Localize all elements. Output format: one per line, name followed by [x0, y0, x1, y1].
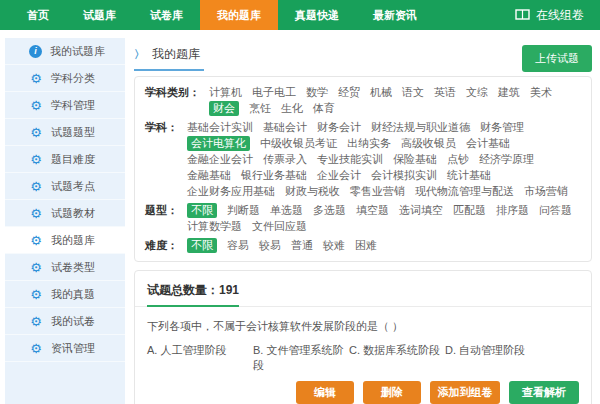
filter-option[interactable]: 统计基础 [447, 168, 491, 183]
book-icon [515, 9, 530, 21]
filter-option[interactable]: 高级收银员 [401, 136, 456, 151]
filter-option[interactable]: 财务会计 [317, 120, 361, 135]
filter-option[interactable]: 会计模拟实训 [371, 168, 437, 183]
sidebar-item[interactable]: 试题考点 [5, 173, 125, 200]
filter-option[interactable]: 经济学原理 [479, 152, 534, 167]
edit-button[interactable]: 编辑 [296, 381, 354, 404]
sidebar-item[interactable]: 题目难度 [5, 146, 125, 173]
filter-panel: 学科类别： 计算机电子电工数学经贸机械语文英语文综建筑美术财会烹饪生化体育 学科… [134, 76, 592, 262]
filter-option[interactable]: 出纳实务 [347, 136, 391, 151]
filter-option[interactable]: 经贸 [338, 85, 360, 100]
filter-option[interactable]: 计算机 [209, 85, 242, 100]
page-title: 我的题库 [152, 46, 200, 63]
filter-option[interactable]: 不限 [187, 203, 217, 218]
filter-option[interactable]: 英语 [434, 85, 456, 100]
filter-option[interactable]: 市场营销 [524, 184, 568, 199]
filter-option[interactable]: 电子电工 [252, 85, 296, 100]
filter-option[interactable]: 计算数学题 [187, 219, 242, 234]
filter-option[interactable]: 银行业务基础 [241, 168, 307, 183]
filter-option[interactable]: 容易 [227, 238, 249, 253]
sidebar-item[interactable]: 试题题型 [5, 119, 125, 146]
filter-option[interactable]: 会计电算化 [187, 136, 250, 151]
filter-option[interactable]: 较难 [323, 238, 345, 253]
filter-row-category: 学科类别： 计算机电子电工数学经贸机械语文英语文综建筑美术财会烹饪生化体育 [145, 85, 581, 117]
filter-option[interactable]: 金融企业会计 [187, 152, 253, 167]
filter-option[interactable]: 语文 [402, 85, 424, 100]
filter-option[interactable]: 财经法规与职业道德 [371, 120, 470, 135]
nav-item[interactable]: 试卷库 [133, 0, 200, 30]
sidebar-item[interactable]: 学科管理 [5, 92, 125, 119]
sidebar-item[interactable]: 我的题库 [5, 227, 125, 254]
filter-option[interactable]: 匹配题 [453, 203, 486, 218]
filter-option[interactable]: 会计基础 [466, 136, 510, 151]
sidebar-item[interactable]: 我的试卷 [5, 308, 125, 335]
filter-option[interactable]: 体育 [313, 101, 335, 116]
gear-icon [29, 99, 43, 112]
view-analysis-button[interactable]: 查看解析 [509, 381, 579, 404]
filter-option[interactable]: 困难 [355, 238, 377, 253]
filter-option[interactable]: 选词填空 [399, 203, 443, 218]
filter-option[interactable]: 点钞 [447, 152, 469, 167]
sidebar-item[interactable]: 我的试题库 [5, 38, 125, 65]
filter-option[interactable]: 企业会计 [317, 168, 361, 183]
nav-item[interactable]: 真题快递 [278, 0, 356, 30]
sidebar-item-label: 试题教材 [51, 206, 95, 221]
sidebar-item-label: 资讯管理 [51, 341, 95, 356]
filter-option[interactable]: 基础会计 [263, 120, 307, 135]
filter-option[interactable]: 问答题 [539, 203, 572, 218]
sidebar-item[interactable]: 我的真题 [5, 281, 125, 308]
filter-option[interactable]: 普通 [291, 238, 313, 253]
filter-option[interactable]: 财会 [209, 101, 239, 116]
sidebar-item[interactable]: 资讯管理 [5, 335, 125, 362]
filter-option[interactable]: 排序题 [496, 203, 529, 218]
sidebar-item-label: 学科管理 [51, 98, 95, 113]
chevron-right-icon: 〉 [134, 47, 145, 62]
filter-option[interactable]: 机械 [370, 85, 392, 100]
filter-option[interactable]: 烹饪 [249, 101, 271, 116]
filter-option[interactable]: 较易 [259, 238, 281, 253]
sidebar-item-label: 我的试题库 [50, 44, 105, 59]
delete-button[interactable]: 删除 [363, 381, 421, 404]
filter-option[interactable]: 建筑 [498, 85, 520, 100]
question-item: 下列各项中，不属于会计核算软件发展阶段的是（ ） A. 人工管理阶段 B. 文件… [135, 307, 591, 404]
nav-item[interactable]: 我的题库 [200, 0, 278, 30]
filter-label: 学科： [145, 120, 178, 200]
filter-option[interactable]: 多选题 [313, 203, 346, 218]
filter-row-difficulty: 难度： 不限容易较易普通较难困难 [145, 238, 581, 254]
filter-option[interactable]: 文综 [466, 85, 488, 100]
filter-option[interactable]: 企业财务应用基础 [187, 184, 275, 199]
filter-option[interactable]: 基础会计实训 [187, 120, 253, 135]
nav-item[interactable]: 试题库 [66, 0, 133, 30]
results-panel: 试题总数量：191 下列各项中，不属于会计核算软件发展阶段的是（ ） A. 人工… [134, 270, 592, 404]
nav-item[interactable]: 最新资讯 [356, 0, 434, 30]
top-nav-right-strip: 在线组卷 [505, 0, 600, 30]
filter-option[interactable]: 传票录入 [263, 152, 307, 167]
filter-option[interactable]: 不限 [187, 238, 217, 253]
filter-option[interactable]: 金融基础 [187, 168, 231, 183]
filter-option[interactable]: 判断题 [227, 203, 260, 218]
filter-option[interactable]: 文件回应题 [252, 219, 307, 234]
filter-option[interactable]: 保险基础 [393, 152, 437, 167]
filter-option[interactable]: 财政与税收 [285, 184, 340, 199]
sidebar: 我的试题库 学科分类 学科管理 试题题型 题目难度 [5, 38, 125, 404]
filter-option[interactable]: 专业技能实训 [317, 152, 383, 167]
sidebar-item[interactable]: 学科分类 [5, 65, 125, 92]
upload-question-button[interactable]: 上传试题 [522, 45, 592, 72]
gear-icon [29, 288, 43, 301]
sidebar-item-label: 我的题库 [51, 233, 95, 248]
filter-option[interactable]: 数学 [306, 85, 328, 100]
sidebar-item[interactable]: 试题教材 [5, 200, 125, 227]
filter-option[interactable]: 中级收银员考证 [260, 136, 337, 151]
filter-option[interactable]: 财务管理 [480, 120, 524, 135]
add-to-paper-button[interactable]: 添加到组卷 [430, 381, 500, 404]
filter-option[interactable]: 填空题 [356, 203, 389, 218]
sidebar-item[interactable]: 试卷类型 [5, 254, 125, 281]
nav-item[interactable]: 首页 [10, 0, 66, 30]
filter-option[interactable]: 单选题 [270, 203, 303, 218]
filter-option[interactable]: 美术 [530, 85, 552, 100]
online-paper-link[interactable]: 在线组卷 [515, 0, 600, 30]
filter-option[interactable]: 生化 [281, 101, 303, 116]
question-option: B. 文件管理系统阶段 [253, 343, 349, 373]
filter-option[interactable]: 现代物流管理与配送 [415, 184, 514, 199]
filter-option[interactable]: 零售业营销 [350, 184, 405, 199]
